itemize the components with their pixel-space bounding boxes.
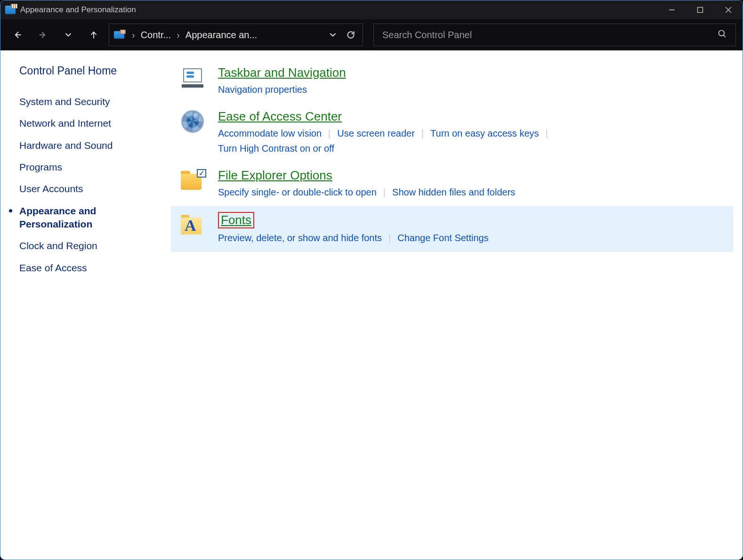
address-bar[interactable]: › Contr... › Appearance an... xyxy=(109,24,363,46)
sidebar-item-programs[interactable]: Programs xyxy=(19,161,157,174)
category-ease-of-access: Ease of Access Center Accommodate low vi… xyxy=(171,104,733,162)
category-title-ease-of-access[interactable]: Ease of Access Center xyxy=(218,109,342,124)
sidebar-item-clock-region[interactable]: Clock and Region xyxy=(19,239,157,252)
link-preview-delete-fonts[interactable]: Preview, delete, or show and hide fonts xyxy=(218,233,382,243)
category-file-explorer-options: ✓ File Explorer Options Specify single- … xyxy=(171,162,733,206)
sidebar-item-appearance-personalization[interactable]: Appearance and Personalization xyxy=(19,204,157,231)
chevron-right-icon[interactable]: › xyxy=(130,30,137,41)
link-show-hidden-files[interactable]: Show hidden files and folders xyxy=(392,187,515,197)
maximize-button[interactable] xyxy=(686,0,714,19)
folder-options-icon: ✓ xyxy=(180,168,205,193)
control-panel-icon xyxy=(5,6,16,14)
recent-dropdown[interactable] xyxy=(58,24,79,45)
link-navigation-properties[interactable]: Navigation properties xyxy=(218,84,307,95)
sidebar-item-system-security[interactable]: System and Security xyxy=(19,95,157,108)
sidebar: Control Panel Home System and Security N… xyxy=(0,50,171,560)
svg-line-8 xyxy=(724,35,726,37)
svg-point-7 xyxy=(719,31,725,36)
fonts-icon: A xyxy=(180,212,205,236)
category-title-file-explorer[interactable]: File Explorer Options xyxy=(218,168,332,183)
svg-rect-1 xyxy=(698,8,703,13)
sidebar-item-network-internet[interactable]: Network and Internet xyxy=(19,117,157,130)
main-panel: Taskbar and Navigation Navigation proper… xyxy=(171,50,743,560)
sidebar-item-hardware-sound[interactable]: Hardware and Sound xyxy=(19,139,157,152)
category-title-fonts[interactable]: Fonts xyxy=(218,212,254,228)
minimize-button[interactable] xyxy=(658,0,686,19)
forward-button[interactable] xyxy=(32,24,53,45)
breadcrumb-control-panel[interactable]: Contr... xyxy=(141,30,171,41)
taskbar-icon xyxy=(180,65,205,90)
search-icon[interactable] xyxy=(718,29,727,41)
category-title-taskbar[interactable]: Taskbar and Navigation xyxy=(218,65,346,80)
sidebar-home[interactable]: Control Panel Home xyxy=(19,64,157,78)
chevron-right-icon[interactable]: › xyxy=(175,30,182,41)
navbar: › Contr... › Appearance an... xyxy=(0,19,743,50)
window-title: Appearance and Personalization xyxy=(20,5,136,15)
titlebar: Appearance and Personalization xyxy=(0,0,743,19)
link-high-contrast[interactable]: Turn High Contrast on or off xyxy=(218,143,334,154)
category-fonts[interactable]: A Fonts Preview, delete, or show and hid… xyxy=(171,206,733,252)
link-accommodate-low-vision[interactable]: Accommodate low vision xyxy=(218,128,322,138)
current-indicator-icon xyxy=(9,209,12,212)
breadcrumb-current[interactable]: Appearance an... xyxy=(186,30,257,41)
search-input[interactable] xyxy=(382,30,718,41)
link-use-screen-reader[interactable]: Use screen reader xyxy=(337,128,415,138)
control-panel-icon xyxy=(114,31,124,39)
address-dropdown[interactable] xyxy=(326,24,340,45)
link-easy-access-keys[interactable]: Turn on easy access keys xyxy=(430,128,539,138)
search-box[interactable] xyxy=(373,24,736,46)
sidebar-item-user-accounts[interactable]: User Accounts xyxy=(19,182,157,195)
category-taskbar-navigation: Taskbar and Navigation Navigation proper… xyxy=(171,60,733,104)
close-button[interactable] xyxy=(714,0,743,19)
link-single-double-click[interactable]: Specify single- or double-click to open xyxy=(218,187,377,197)
sidebar-item-ease-of-access[interactable]: Ease of Access xyxy=(19,261,157,275)
back-button[interactable] xyxy=(7,24,28,45)
up-button[interactable] xyxy=(83,24,104,45)
refresh-button[interactable] xyxy=(344,24,358,45)
ease-of-access-icon xyxy=(180,109,205,134)
link-change-font-settings[interactable]: Change Font Settings xyxy=(397,233,488,243)
